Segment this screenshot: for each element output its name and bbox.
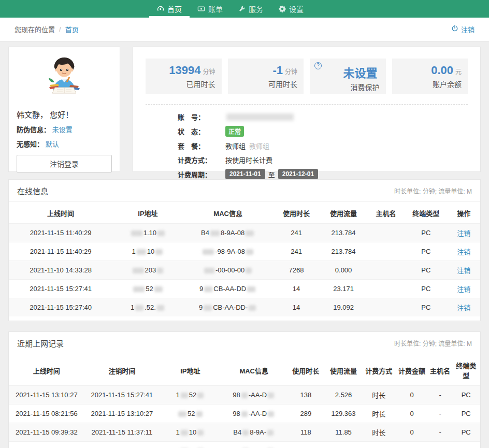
tab-services[interactable]: 服务 bbox=[231, 0, 271, 18]
period-from-badge: 2021-11-01 bbox=[225, 169, 265, 179]
redacted-segment bbox=[181, 393, 188, 398]
cell-traffic: 0.215 bbox=[325, 442, 363, 448]
cell-time_off: 2021-11-15 15:27:41 bbox=[84, 386, 160, 404]
column-header: 计费金额 bbox=[395, 354, 428, 386]
plan-secondary-value: 教师组 bbox=[249, 141, 269, 151]
cell-action: 注销 bbox=[447, 261, 480, 280]
recent-table-body: 2021-11-15 13:10:272021-11-15 15:27:4115… bbox=[9, 386, 480, 448]
cell-billing: 时长 bbox=[362, 404, 395, 423]
stat-used-time: 13994分钟 已用时长 bbox=[146, 59, 222, 94]
table-row: 2021-11-15 15:27:401.52.9CB-AA-DD-1419.0… bbox=[9, 298, 480, 317]
cell-type: PC bbox=[405, 224, 447, 242]
redacted-segment bbox=[268, 393, 274, 398]
service-icon bbox=[238, 5, 246, 12]
cell-host: - bbox=[428, 442, 452, 448]
breadcrumb-bar: 您现在的位置 / 首页 注销 bbox=[0, 18, 489, 41]
redacted-segment bbox=[178, 411, 186, 417]
anti-fake-value-link[interactable]: 未设置 bbox=[52, 126, 73, 134]
cell-action: 注销 bbox=[447, 242, 480, 261]
table-row: 2021-11-15 08:21:562021-11-15 13:10:2752… bbox=[9, 404, 480, 423]
column-header: 上线时间 bbox=[9, 202, 112, 224]
cell-time_on: 2021-11-15 13:10:27 bbox=[9, 386, 84, 404]
column-header: IP地址 bbox=[112, 202, 183, 224]
cell-type: PC bbox=[405, 261, 447, 280]
billing-period-row: 计费周期： 2021-11-01 至 2021-12-01 bbox=[146, 169, 468, 179]
column-header: 使用流量 bbox=[320, 202, 367, 224]
cell-ip: 110 bbox=[160, 442, 221, 448]
session-logout-link[interactable]: 注销 bbox=[457, 285, 470, 293]
redacted-segment bbox=[246, 230, 254, 236]
redacted-segment bbox=[154, 286, 163, 292]
anti-fake-label: 防伪信息： bbox=[17, 126, 50, 134]
table-row: 2021-11-15 11:40:291.10B48-9A-08241213.7… bbox=[9, 224, 480, 242]
logout-button[interactable]: 注销登录 bbox=[17, 155, 112, 172]
column-header: 使用时长 bbox=[287, 354, 325, 386]
column-header: MAC信息 bbox=[221, 354, 286, 386]
cell-host: - bbox=[428, 423, 452, 442]
breadcrumb-separator: / bbox=[59, 25, 61, 33]
cell-traffic: 213.784 bbox=[320, 242, 367, 261]
table-row: 2021-11-15 13:10:272021-11-15 15:27:4115… bbox=[9, 386, 480, 404]
stat-balance-unit: 元 bbox=[455, 68, 462, 76]
recent-table: 上线时间注销时间IP地址MAC信息使用时长使用流量计费方式计费金额主机名终端类型… bbox=[9, 354, 480, 448]
cell-duration: 7268 bbox=[273, 261, 320, 280]
power-icon bbox=[451, 25, 458, 34]
stat-spend-protection: ? 未设置 消费保护 bbox=[310, 59, 386, 94]
cell-type: PC bbox=[452, 423, 480, 442]
tab-home[interactable]: 首页 bbox=[149, 0, 190, 18]
help-icon[interactable]: ? bbox=[314, 62, 322, 69]
cell-traffic: 11.85 bbox=[325, 423, 363, 442]
senseless-value-link[interactable]: 默认 bbox=[46, 140, 59, 148]
cell-traffic: 19.092 bbox=[320, 298, 367, 317]
cell-ip: 52 bbox=[112, 280, 183, 298]
session-logout-link[interactable]: 注销 bbox=[457, 304, 470, 312]
cell-traffic: 213.784 bbox=[320, 224, 367, 242]
cell-billing: 时长 bbox=[362, 423, 395, 442]
cell-host bbox=[367, 280, 405, 298]
session-logout-link[interactable]: 注销 bbox=[457, 229, 470, 237]
column-header: 操作 bbox=[447, 202, 480, 224]
redacted-segment bbox=[197, 430, 204, 436]
stat-spend-protection-value: 未设置 bbox=[343, 67, 377, 80]
cell-duration: 14 bbox=[273, 298, 320, 317]
billing-method-value: 按使用时长计费 bbox=[225, 155, 272, 165]
session-logout-link[interactable]: 注销 bbox=[457, 267, 470, 274]
cell-time_off: 2021-11-15 11:37:11 bbox=[84, 423, 160, 442]
column-header: 使用时长 bbox=[273, 202, 320, 224]
account-number-redacted bbox=[226, 113, 294, 121]
session-logout-link[interactable]: 注销 bbox=[457, 248, 470, 256]
cell-ip: 110 bbox=[160, 423, 221, 442]
cell-time: 2021-11-15 15:27:40 bbox=[9, 298, 112, 317]
stat-available-time-label: 可用时长 bbox=[234, 79, 298, 89]
stat-available-time-unit: 分钟 bbox=[285, 68, 297, 76]
column-header: 注销时间 bbox=[84, 354, 160, 386]
tab-settings-label: 设置 bbox=[289, 4, 304, 14]
stat-available-time-value: -1 bbox=[272, 64, 283, 77]
cell-type: PC bbox=[452, 404, 480, 423]
cell-duration: 29 bbox=[287, 442, 325, 448]
table-row: 2021-11-15 11:40:29110-98-9A-08241213.78… bbox=[9, 242, 480, 261]
cell-mac: -98-9A-08 bbox=[183, 242, 273, 261]
redacted-segment bbox=[133, 268, 144, 273]
cell-time: 2021-11-15 15:27:41 bbox=[9, 280, 112, 298]
logout-link[interactable]: 注销 bbox=[451, 24, 474, 34]
redacted-segment bbox=[203, 249, 214, 255]
redacted-segment bbox=[155, 249, 163, 255]
cell-amount: 0 bbox=[395, 442, 428, 448]
column-header: 主机名 bbox=[428, 354, 452, 386]
cell-time_on: 2021-11-15 08:53:35 bbox=[9, 442, 84, 448]
avatar bbox=[17, 53, 112, 103]
online-table-body: 2021-11-15 11:40:291.10B48-9A-08241213.7… bbox=[9, 224, 480, 317]
redacted-segment bbox=[157, 268, 163, 273]
tab-settings[interactable]: 设置 bbox=[271, 0, 311, 18]
top-navbar: 首页 账单 服务 设置 bbox=[0, 0, 489, 18]
breadcrumb-home-link[interactable]: 首页 bbox=[65, 24, 79, 34]
tab-bills[interactable]: 账单 bbox=[190, 0, 231, 18]
column-header: 上线时间 bbox=[9, 354, 84, 386]
account-number-row: 账 号： bbox=[146, 112, 468, 122]
profile-card: 韩文静， 您好！ 防伪信息： 未设置 无感知： 默认 注销登录 bbox=[8, 47, 120, 172]
cell-type: PC bbox=[452, 386, 480, 404]
cell-mac: 9CB-AA-DD- bbox=[183, 298, 273, 317]
redacted-segment bbox=[197, 393, 204, 398]
redacted-segment bbox=[135, 305, 143, 311]
